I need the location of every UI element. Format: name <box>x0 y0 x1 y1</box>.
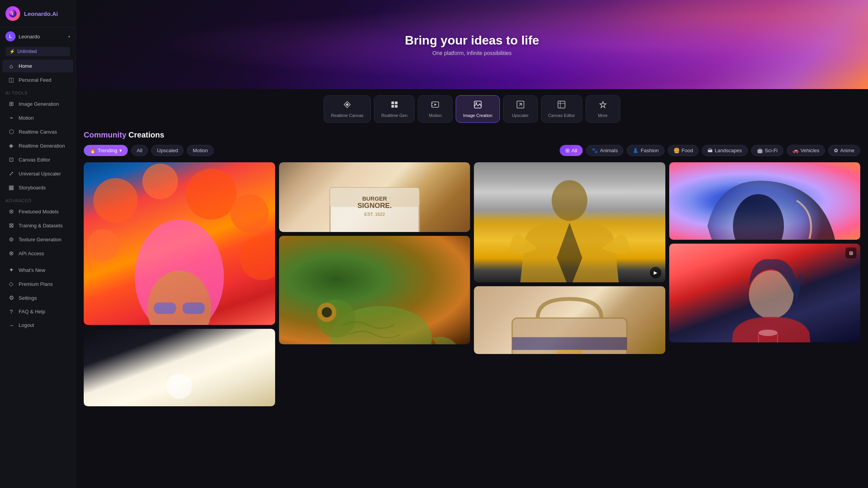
toolbar-canvas-editor[interactable]: Canvas Editor <box>541 95 582 123</box>
grid-item-fashion-man[interactable]: ▶ <box>474 162 665 282</box>
filter-trending-label: Trending <box>98 148 117 153</box>
sidebar-item-label: Storyboards <box>19 185 46 191</box>
grid-item-woman-orange[interactable] <box>84 162 275 325</box>
section-title-highlight: Community <box>84 131 126 139</box>
anime-icon: ✿ <box>834 148 838 153</box>
sidebar-item-label: Training & Datasets <box>19 223 63 229</box>
filter-fashion-label: Fashion <box>641 148 658 153</box>
plan-label: Unlimited <box>17 49 37 54</box>
play-button-fashion[interactable]: ▶ <box>650 267 661 278</box>
toolbar-more[interactable]: More <box>586 95 620 123</box>
premium-icon: ◇ <box>8 280 15 287</box>
user-name: Leonardo <box>19 34 40 40</box>
svg-point-37 <box>322 307 332 317</box>
sidebar-item-storyboards[interactable]: ▦ Storyboards <box>2 181 73 194</box>
filter-all-right-label: All <box>572 148 577 153</box>
svg-point-38 <box>552 180 587 221</box>
unlimited-badge[interactable]: ⚡ Unlimited <box>5 47 70 56</box>
toolbar-realtime-gen[interactable]: Realtime Gen <box>374 95 415 123</box>
filter-motion-label: Motion <box>193 148 208 153</box>
filter-trending[interactable]: 🔥 Trending ▾ <box>84 145 128 156</box>
main-content: Bring your ideas to life One platform, i… <box>76 0 868 488</box>
svg-text:BURGER: BURGER <box>362 196 387 202</box>
personal-feed-icon: ◫ <box>8 76 15 83</box>
sidebar-item-label: Personal Feed <box>19 77 52 83</box>
sidebar-item-label: Settings <box>19 295 37 301</box>
sidebar-item-canvas-editor[interactable]: ⊡ Canvas Editor <box>2 153 73 166</box>
sidebar-item-realtime-canvas[interactable]: ⬡ Realtime Canvas <box>2 125 73 138</box>
storyboards-icon: ▦ <box>8 184 15 191</box>
chevron-down-icon: ▾ <box>68 34 70 39</box>
filter-upscaled-label: Upscaled <box>157 148 178 153</box>
sidebar-item-settings[interactable]: ⚙ Settings <box>2 291 73 304</box>
filter-fashion[interactable]: 👗 Fashion <box>627 145 664 156</box>
svg-rect-3 <box>395 101 398 104</box>
filter-all-right[interactable]: ⊞ All <box>560 145 583 156</box>
svg-point-17 <box>186 168 237 220</box>
content-area: Community Creations 🔥 Trending ▾ All Ups… <box>76 129 868 414</box>
filter-vehicles[interactable]: 🚗 Vehicles <box>787 145 825 156</box>
user-row[interactable]: L Leonardo ▾ <box>0 27 76 45</box>
filter-landscapes[interactable]: 🏔 Landscapes <box>702 145 747 156</box>
svg-rect-2 <box>391 101 394 104</box>
sidebar-item-texture-generation[interactable]: ⊚ Texture Generation <box>2 233 73 246</box>
filter-motion[interactable]: Motion <box>187 145 214 156</box>
svg-point-19 <box>87 229 119 261</box>
sidebar-item-logout[interactable]: → Logout <box>2 319 73 332</box>
whats-new-icon: ✦ <box>8 266 15 273</box>
svg-text:SIGNORE.: SIGNORE. <box>357 202 391 210</box>
vehicles-icon: 🚗 <box>792 148 799 153</box>
svg-point-16 <box>142 163 178 199</box>
filter-upscaled[interactable]: Upscaled <box>151 145 184 156</box>
grid-item-cream[interactable] <box>84 329 275 406</box>
toolbar-realtime-canvas[interactable]: Realtime Canvas <box>324 95 371 123</box>
filter-all-left[interactable]: All <box>131 145 148 156</box>
grid-col-3: ▶ <box>474 162 665 406</box>
sidebar-item-finetuned-models[interactable]: ⊛ Finetuned Models <box>2 205 73 218</box>
canvas-editor-toolbar-icon <box>557 100 566 111</box>
grid-item-chameleon[interactable] <box>279 236 470 344</box>
filter-landscapes-label: Landscapes <box>715 148 742 153</box>
sidebar-item-home[interactable]: ⌂ Home <box>2 60 73 72</box>
sidebar-item-universal-upscaler[interactable]: ⤢ Universal Upscaler <box>2 167 73 180</box>
sidebar-item-label: Image Generation <box>19 101 59 107</box>
sidebar-item-personal-feed[interactable]: ◫ Personal Feed <box>2 73 73 86</box>
filter-food[interactable]: 🍔 Food <box>668 145 699 156</box>
grid-item-anime-woman[interactable]: ⊞ <box>669 244 861 342</box>
trending-icon: 🔥 <box>90 148 96 153</box>
sidebar-item-label: What's New <box>19 267 45 273</box>
settings-icon: ⚙ <box>8 294 15 301</box>
logo[interactable]: L Leonardo.Ai <box>0 0 76 27</box>
filter-anime[interactable]: ✿ Anime <box>828 145 860 156</box>
sidebar-item-label: Realtime Generation <box>19 143 65 149</box>
filter-animals-label: Animals <box>600 148 618 153</box>
toolbar-motion[interactable]: Motion <box>418 95 453 123</box>
toolbar-upscaler[interactable]: Upscaler <box>503 95 538 123</box>
sidebar-item-image-generation[interactable]: ⊞ Image Generation <box>2 97 73 110</box>
realtime-canvas-toolbar-icon <box>343 100 351 111</box>
sidebar-item-motion[interactable]: ⌁ Motion <box>2 111 73 124</box>
sidebar-item-premium-plans[interactable]: ◇ Premium Plans <box>2 277 73 290</box>
filter-animals[interactable]: 🐾 Animals <box>586 145 623 156</box>
toolbar-image-creation[interactable]: Image Creation <box>456 95 499 123</box>
toolbar-motion-label: Motion <box>429 113 442 118</box>
grid-item-abstract[interactable] <box>669 162 861 240</box>
svg-point-10 <box>475 102 477 104</box>
grid-item-bag[interactable] <box>474 286 665 354</box>
sidebar-item-api-access[interactable]: ⊗ API Access <box>2 247 73 260</box>
grid-menu-icon[interactable]: ⊞ <box>846 247 856 258</box>
toolbar-canvas-editor-label: Canvas Editor <box>548 113 575 118</box>
animals-icon: 🐾 <box>592 148 598 153</box>
svg-rect-44 <box>557 350 582 354</box>
sidebar-item-training-datasets[interactable]: ⊠ Training & Datasets <box>2 219 73 232</box>
finetuned-icon: ⊛ <box>8 208 15 215</box>
logout-icon: → <box>8 322 15 328</box>
fashion-icon: 👗 <box>632 148 639 153</box>
sidebar-item-whats-new[interactable]: ✦ What's New <box>2 263 73 277</box>
sidebar-item-realtime-generation[interactable]: ◈ Realtime Generation <box>2 139 73 152</box>
ai-tools-label: AI Tools <box>0 87 76 97</box>
sidebar-item-faq-help[interactable]: ? FAQ & Help <box>2 305 73 318</box>
grid-item-burger[interactable]: BURGER SIGNORE. EST. 1622 <box>279 162 470 232</box>
svg-point-48 <box>758 330 777 336</box>
filter-sci-fi[interactable]: 🤖 Sci-Fi <box>751 145 784 156</box>
